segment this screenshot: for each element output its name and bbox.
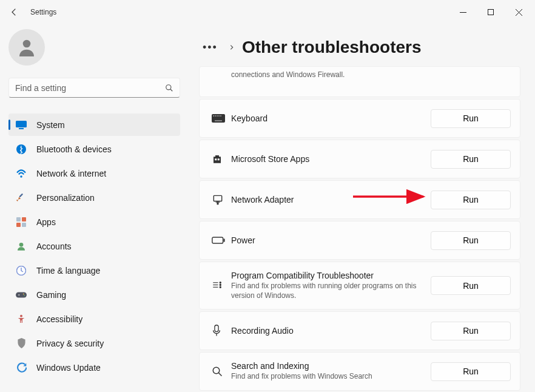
svg-point-18 bbox=[23, 293, 24, 294]
run-button-keyboard[interactable]: Run bbox=[431, 109, 511, 128]
maximize-button[interactable] bbox=[477, 0, 505, 24]
run-button-recaudio[interactable]: Run bbox=[431, 322, 511, 340]
troubleshooter-title: Microsoft Store Apps bbox=[231, 154, 431, 164]
run-button-power[interactable]: Run bbox=[431, 231, 511, 250]
system-icon bbox=[16, 120, 27, 130]
svg-point-44 bbox=[213, 367, 220, 374]
personalization-icon bbox=[16, 192, 27, 203]
svg-point-41 bbox=[220, 286, 221, 288]
app-title: Settings bbox=[30, 8, 56, 16]
page-title: Other troubleshooters bbox=[242, 38, 422, 57]
sidebar-item-accounts[interactable]: Accounts bbox=[8, 235, 180, 257]
svg-rect-6 bbox=[19, 128, 24, 129]
sidebar-item-gaming[interactable]: Gaming bbox=[8, 283, 180, 306]
breadcrumb: ••• Other troubleshooters bbox=[199, 29, 520, 66]
svg-point-33 bbox=[217, 203, 218, 204]
svg-rect-26 bbox=[220, 115, 221, 117]
svg-rect-16 bbox=[16, 292, 27, 297]
troubleshooter-row-recaudio: Recording Audio Run bbox=[199, 311, 520, 350]
search-box[interactable] bbox=[8, 78, 180, 98]
back-button[interactable] bbox=[2, 0, 27, 24]
chevron-right-icon bbox=[229, 43, 235, 52]
sidebar-item-personalization[interactable]: Personalization bbox=[8, 186, 180, 209]
svg-rect-27 bbox=[215, 120, 222, 121]
svg-rect-12 bbox=[16, 223, 21, 227]
msstore-icon bbox=[208, 151, 231, 167]
run-button-search[interactable]: Run bbox=[431, 362, 511, 381]
sidebar-item-time[interactable]: Time & language bbox=[8, 259, 180, 282]
minimize-button[interactable] bbox=[449, 0, 477, 24]
sidebar-item-label: Time & language bbox=[36, 266, 100, 275]
troubleshooter-row-power: Power Run bbox=[199, 221, 520, 260]
troubleshooter-row-netadapter: Network Adapter Run bbox=[199, 180, 520, 219]
troubleshooter-title: Program Compatibility Troubleshooter bbox=[231, 271, 431, 280]
troubleshooter-title: Search and Indexing bbox=[231, 361, 431, 371]
accounts-icon bbox=[16, 241, 27, 252]
avatar[interactable] bbox=[8, 29, 45, 66]
network-icon bbox=[16, 168, 27, 179]
troubleshooter-row-search: Search and Indexing Find and fix problem… bbox=[199, 352, 520, 391]
troubleshooter-description: Find and fix problems with running older… bbox=[231, 282, 425, 300]
title-bar: Settings bbox=[0, 0, 535, 24]
svg-rect-34 bbox=[212, 237, 223, 243]
run-button-msstore[interactable]: Run bbox=[431, 150, 511, 169]
sidebar-item-label: Apps bbox=[36, 217, 56, 227]
svg-line-4 bbox=[170, 89, 173, 91]
sidebar-item-label: Windows Update bbox=[36, 363, 101, 373]
svg-line-45 bbox=[218, 373, 221, 376]
update-icon bbox=[16, 362, 27, 373]
svg-point-2 bbox=[23, 40, 31, 48]
power-icon bbox=[208, 232, 231, 248]
run-button-compat[interactable]: Run bbox=[431, 276, 511, 295]
sidebar-item-update[interactable]: Windows Update bbox=[8, 356, 180, 379]
troubleshooter-title: Keyboard bbox=[231, 113, 431, 123]
close-button[interactable] bbox=[505, 0, 533, 24]
troubleshooter-title: Recording Audio bbox=[231, 326, 431, 336]
gaming-icon bbox=[16, 289, 27, 300]
sidebar-item-label: Accounts bbox=[36, 242, 72, 251]
search-icon bbox=[208, 363, 231, 379]
sidebar-item-bluetooth[interactable]: Bluetooth & devices bbox=[8, 138, 180, 160]
svg-point-3 bbox=[166, 84, 171, 89]
troubleshooter-row-msstore: Microsoft Store Apps Run bbox=[199, 140, 520, 178]
search-input[interactable] bbox=[15, 83, 165, 93]
svg-rect-5 bbox=[16, 121, 27, 127]
svg-rect-28 bbox=[215, 158, 217, 160]
svg-rect-30 bbox=[214, 195, 221, 201]
troubleshooter-row-compat: Program Compatibility Troubleshooter Fin… bbox=[199, 262, 520, 309]
sidebar-item-privacy[interactable]: Privacy & security bbox=[8, 332, 180, 354]
svg-point-8 bbox=[20, 175, 22, 178]
keyboard-icon bbox=[208, 110, 231, 126]
sidebar-item-apps[interactable]: Apps bbox=[8, 211, 180, 233]
svg-rect-42 bbox=[215, 325, 218, 332]
compat-icon bbox=[208, 278, 231, 294]
sidebar-item-system[interactable]: System bbox=[8, 113, 180, 136]
svg-rect-9 bbox=[19, 193, 23, 197]
content-area: ••• Other troubleshooters connections an… bbox=[187, 24, 535, 392]
bluetooth-icon bbox=[16, 144, 27, 155]
accessibility-icon bbox=[16, 314, 27, 325]
svg-point-20 bbox=[20, 314, 22, 317]
svg-rect-23 bbox=[215, 115, 216, 117]
run-button-netadapter[interactable]: Run bbox=[431, 191, 511, 209]
troubleshooter-row-firewall-partial: connections and Windows Firewall. Run bbox=[199, 66, 520, 97]
troubleshooter-title: Power bbox=[231, 235, 431, 245]
troubleshooter-title: Network Adapter bbox=[231, 195, 431, 204]
sidebar-item-accessibility[interactable]: Accessibility bbox=[8, 308, 180, 330]
svg-rect-13 bbox=[22, 223, 26, 227]
svg-point-19 bbox=[24, 294, 25, 296]
svg-rect-22 bbox=[213, 115, 214, 117]
apps-icon bbox=[16, 217, 27, 228]
breadcrumb-ellipsis-icon[interactable]: ••• bbox=[199, 41, 221, 54]
svg-rect-29 bbox=[218, 158, 220, 160]
sidebar-item-network[interactable]: Network & internet bbox=[8, 162, 180, 184]
sidebar-item-label: Privacy & security bbox=[36, 339, 104, 348]
svg-point-17 bbox=[18, 294, 19, 295]
svg-rect-24 bbox=[217, 115, 218, 117]
svg-point-39 bbox=[220, 282, 221, 283]
svg-rect-35 bbox=[223, 238, 224, 242]
svg-rect-10 bbox=[16, 217, 21, 221]
troubleshooter-row-keyboard: Keyboard Run bbox=[199, 99, 520, 138]
sidebar-item-label: Gaming bbox=[36, 290, 66, 300]
sidebar-item-label: System bbox=[36, 120, 65, 130]
